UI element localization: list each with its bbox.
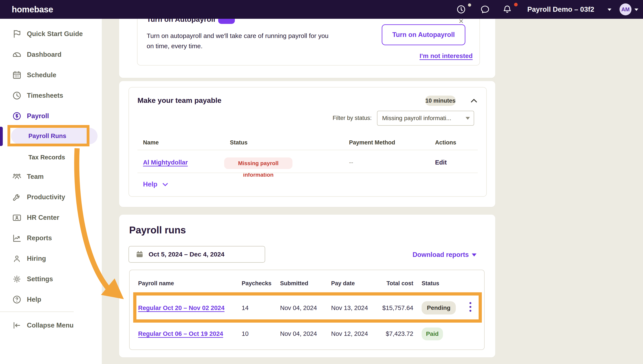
submitted-value: Nov 04, 2024: [280, 329, 317, 338]
sidebar-item-label: Dashboard: [27, 48, 62, 61]
pay-date-value: Nov 13, 2024: [331, 303, 368, 312]
sidebar-item-label: Quick Start Guide: [27, 28, 83, 40]
dropdown-caret-icon: [472, 254, 476, 256]
total-cost-value: $15,757.64: [375, 303, 413, 312]
sidebar-item-label: Schedule: [27, 69, 56, 82]
sidebar-item-settings[interactable]: Settings: [0, 273, 102, 286]
sidebar-item-label: Productivity: [27, 191, 65, 204]
employee-name-link[interactable]: Al Mightydollar: [143, 158, 188, 167]
messages-icon[interactable]: [480, 4, 490, 14]
submitted-value: Nov 04, 2024: [280, 303, 317, 312]
account-caret-icon: [607, 8, 611, 11]
select-caret-icon: [466, 117, 470, 120]
sidebar-item-schedule[interactable]: Schedule: [0, 69, 102, 82]
column-submitted: Submitted: [280, 279, 308, 288]
sidebar-item-hr-center[interactable]: HR Center: [0, 211, 102, 224]
date-range-value: Oct 5, 2024 – Dec 4, 2024: [149, 246, 224, 262]
sidebar-item-reports[interactable]: Reports: [0, 232, 102, 244]
help-toggle[interactable]: Help: [143, 180, 169, 189]
column-actions: Actions: [435, 138, 456, 147]
avatar-caret-icon: [634, 8, 638, 11]
time-estimate-badge: 10 minutes: [425, 96, 456, 106]
sidebar-item-help[interactable]: Help: [0, 293, 102, 306]
row-divider: [138, 172, 478, 173]
download-reports-dropdown[interactable]: Download reports: [390, 250, 476, 260]
sidebar-divider: [0, 312, 74, 312]
payroll-runs-title: Payroll runs: [129, 224, 186, 236]
app-window: Turn on Autopayroll ✕ Turn on autopayrol…: [0, 0, 643, 364]
sidebar-item-hiring[interactable]: Hiring: [0, 252, 102, 265]
column-payment-method: Payment Method: [349, 138, 395, 147]
payroll-runs-table: Payroll name Paychecks Submitted Pay dat…: [129, 270, 485, 350]
calendar-icon: [135, 250, 144, 258]
sidebar-item-label: HR Center: [27, 211, 59, 224]
date-range-picker[interactable]: Oct 5, 2024 – Dec 4, 2024: [129, 246, 265, 263]
sidebar-item-team[interactable]: Team: [0, 170, 102, 183]
download-reports-label: Download reports: [412, 250, 469, 260]
sidebar-item-payroll[interactable]: Payroll: [0, 110, 102, 122]
id-card-icon: [12, 213, 22, 222]
kebab-menu-icon[interactable]: [468, 300, 472, 316]
filter-by-status-label: Filter by status:: [310, 114, 372, 122]
person-icon: [12, 254, 22, 264]
time-clock-icon[interactable]: [456, 4, 466, 14]
chart-icon: [12, 233, 22, 243]
column-status: Status: [230, 138, 248, 147]
total-cost-value: $7,423.72: [375, 329, 413, 338]
sidebar-item-label: Payroll: [27, 110, 49, 122]
sidebar-collapse-menu[interactable]: Collapse Menu: [0, 319, 102, 332]
sidebar-item-tax-records[interactable]: Tax Records: [29, 151, 65, 164]
column-pay-date: Pay date: [331, 279, 355, 288]
calendar-icon: [12, 70, 22, 80]
column-payroll-name: Payroll name: [138, 279, 174, 288]
payroll-run-name-link[interactable]: Regular Oct 20 – Nov 02 2024: [138, 303, 225, 312]
sidebar-item-label: Settings: [27, 273, 53, 286]
bell-notification-dot: [514, 3, 518, 6]
wrench-icon: [12, 192, 22, 202]
bell-icon[interactable]: [502, 4, 512, 14]
homebase-logo[interactable]: homebase: [12, 0, 53, 19]
chevron-up-icon[interactable]: [470, 97, 478, 104]
team-payable-title: Make your team payable: [138, 95, 221, 105]
chevron-down-icon: [161, 180, 169, 189]
column-name: Name: [143, 138, 159, 147]
avatar[interactable]: AM: [619, 4, 631, 15]
sidebar-item-productivity[interactable]: Productivity: [0, 191, 102, 204]
top-bar: homebase Payroll Demo – 03f2 AM: [0, 0, 643, 19]
payroll-run-name-link[interactable]: Regular Oct 06 – Oct 19 2024: [138, 329, 223, 338]
sidebar-item-label: Timesheets: [27, 89, 63, 102]
status-filter-value: Missing payroll informati...: [382, 111, 451, 125]
autopayroll-description-line1: Turn on autopayroll and we'll take care …: [147, 31, 329, 40]
payroll-runs-card: Payroll runs Oct 5, 2024 – Dec 4, 2024 D…: [119, 215, 495, 358]
column-total-cost: Total cost: [375, 279, 413, 288]
status-filter-select[interactable]: Missing payroll informati...: [377, 111, 474, 126]
sidebar-item-label: Team: [27, 170, 44, 183]
paychecks-value: 14: [242, 303, 249, 312]
help-label: Help: [143, 180, 157, 189]
collapse-arrow-icon: [12, 320, 22, 330]
team-icon: [12, 172, 22, 182]
column-status: Status: [422, 279, 439, 288]
column-paychecks: Paychecks: [242, 279, 272, 288]
clock-notification-dot: [468, 4, 471, 6]
question-circle-icon: [12, 295, 22, 304]
not-interested-link[interactable]: I'm not interested: [406, 52, 473, 60]
sidebar-item-label: Hiring: [27, 252, 46, 265]
gauge-icon: [12, 50, 22, 60]
annotation-box-payroll-runs: [8, 125, 90, 146]
payment-method-value: --: [349, 158, 353, 167]
sidebar-item-quick-start-guide[interactable]: Quick Start Guide: [0, 28, 102, 40]
pay-date-value: Nov 12, 2024: [331, 329, 368, 338]
sidebar-item-dashboard[interactable]: Dashboard: [0, 48, 102, 61]
flag-icon: [12, 29, 22, 39]
edit-action-button[interactable]: Edit: [435, 158, 447, 167]
turn-on-autopayroll-button[interactable]: Turn on Autopayroll: [382, 24, 465, 45]
dollar-circle-icon: [12, 111, 22, 121]
status-badge-paid: Paid: [422, 328, 443, 340]
sidebar: Quick Start Guide Dashboard Schedule Tim…: [0, 19, 102, 364]
gear-icon: [12, 274, 22, 284]
account-switcher[interactable]: Payroll Demo – 03f2: [527, 0, 594, 19]
sidebar-item-timesheets[interactable]: Timesheets: [0, 89, 102, 102]
team-payable-inner-box: Make your team payable 10 minutes Filter…: [129, 87, 487, 197]
status-badge-pending: Pending: [422, 301, 456, 314]
